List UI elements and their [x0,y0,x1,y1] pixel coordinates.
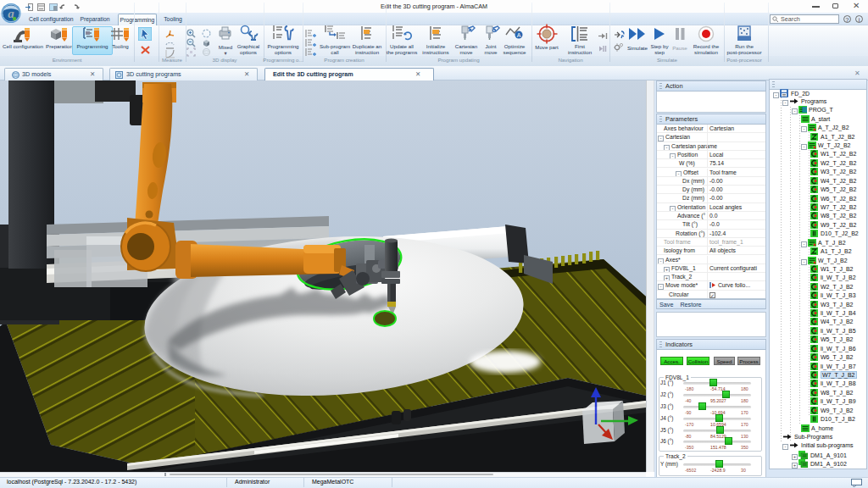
svg-text:A: A [517,32,521,38]
